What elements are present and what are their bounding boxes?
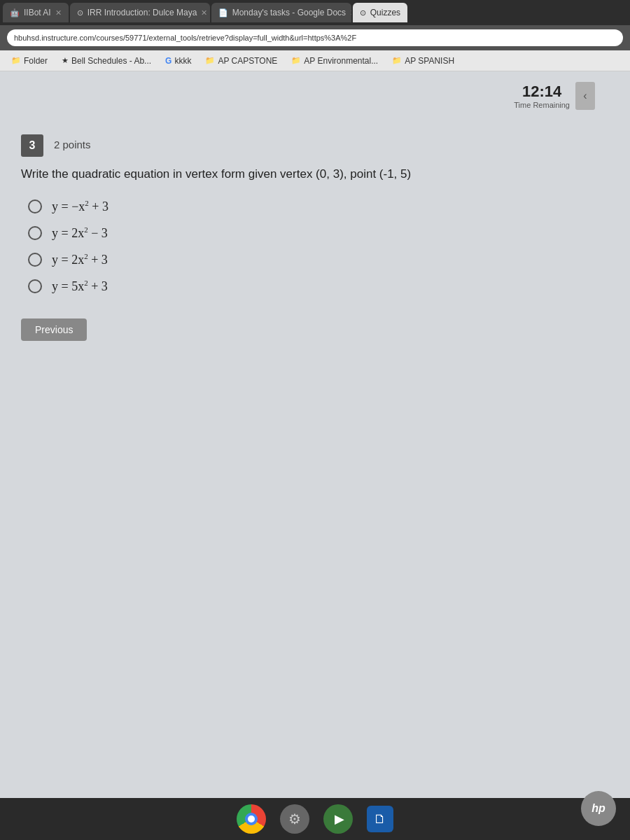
quizzes-tab-icon: ⊙: [360, 8, 366, 18]
timer-time: 12:14: [514, 83, 570, 101]
bookmark-ap-spanish[interactable]: 📁 AP SPANISH: [386, 55, 460, 67]
docs-taskbar-icon[interactable]: 🗋: [367, 806, 393, 832]
address-bar: [0, 25, 630, 50]
bookmark-env-label: AP Environmental...: [304, 56, 378, 66]
capstone-folder-icon: 📁: [205, 56, 215, 65]
option-c-text: y = 2x2 + 3: [52, 252, 108, 267]
chrome-taskbar-icon[interactable]: [237, 804, 266, 834]
bell-icon: ★: [62, 56, 69, 65]
question-points: 2 points: [54, 139, 91, 150]
monday-tab-icon: 📄: [218, 8, 228, 18]
tab-quizzes[interactable]: ⊙ Quizzes: [353, 3, 407, 22]
irr-tab-icon: ⊙: [77, 8, 83, 18]
bookmark-folder-label: Folder: [24, 56, 48, 66]
spanish-folder-icon: 📁: [392, 56, 402, 65]
option-d-text: y = 5x2 + 3: [52, 279, 108, 294]
url-input[interactable]: [7, 29, 623, 46]
timer-chevron-button[interactable]: ‹: [575, 82, 595, 110]
bookmark-folder[interactable]: 📁 Folder: [6, 55, 53, 67]
timer-area: 12:14 Time Remaining ‹: [514, 82, 595, 110]
tab-quizzes-label: Quizzes: [370, 8, 400, 18]
answer-option-d[interactable]: y = 5x2 + 3: [28, 279, 609, 294]
bookmark-bell-label: Bell Schedules - Ab...: [71, 56, 151, 66]
settings-taskbar-icon[interactable]: ⚙: [280, 804, 309, 834]
question-text: Write the quadratic equation in vertex f…: [21, 165, 609, 183]
tab-bar: 🤖 IIBot AI ✕ ⊙ IRR Introduction: Dulce M…: [0, 0, 630, 25]
env-folder-icon: 📁: [291, 56, 301, 65]
answer-option-c[interactable]: y = 2x2 + 3: [28, 252, 609, 267]
question-header: 3 2 points: [21, 134, 609, 157]
tab-irr-close[interactable]: ✕: [201, 8, 207, 18]
folder-icon: 📁: [11, 56, 21, 65]
bot-ai-tab-icon: 🤖: [10, 8, 20, 18]
docs-icon: 🗋: [374, 812, 386, 827]
tab-monday-tasks[interactable]: 📄 Monday's tasks - Google Docs ✕: [211, 3, 351, 22]
question-number: 3: [21, 134, 43, 157]
bookmark-ap-capstone[interactable]: 📁 AP CAPSTONE: [200, 55, 283, 67]
tab-monday-close[interactable]: ✕: [350, 8, 351, 18]
hp-text: hp: [592, 802, 606, 815]
timer-label: Time Remaining: [514, 101, 570, 109]
tab-irr-label: IRR Introduction: Dulce Maya: [88, 8, 197, 18]
previous-button[interactable]: Previous: [21, 318, 87, 341]
tab-monday-label: Monday's tasks - Google Docs: [232, 8, 346, 18]
radio-b[interactable]: [28, 226, 42, 240]
bookmark-spanish-label: AP SPANISH: [405, 56, 454, 66]
option-a-text: y = −x2 + 3: [52, 199, 108, 214]
radio-a[interactable]: [28, 200, 42, 214]
answer-option-a[interactable]: y = −x2 + 3: [28, 199, 609, 214]
bookmark-bell-schedules[interactable]: ★ Bell Schedules - Ab...: [56, 55, 157, 67]
tab-bot-ai[interactable]: 🤖 IIBot AI ✕: [3, 3, 69, 22]
tab-bot-ai-label: IIBot AI: [24, 8, 51, 18]
page-content: 12:14 Time Remaining ‹ 3 2 points Write …: [0, 71, 630, 798]
radio-c[interactable]: [28, 253, 42, 267]
question-container: 3 2 points Write the quadratic equation …: [21, 134, 609, 341]
radio-d[interactable]: [28, 279, 42, 293]
answer-option-b[interactable]: y = 2x2 − 3: [28, 225, 609, 241]
tab-bot-ai-close[interactable]: ✕: [55, 8, 62, 18]
timer-display: 12:14 Time Remaining: [514, 83, 570, 109]
hp-badge: hp: [581, 791, 616, 826]
hp-logo-area: hp: [581, 791, 616, 826]
answer-options: y = −x2 + 3 y = 2x2 − 3 y = 2x2 + 3 y = …: [21, 199, 609, 294]
google-icon: G: [165, 56, 172, 66]
bookmark-kkkk-label: kkkk: [174, 56, 191, 66]
play-taskbar-icon[interactable]: ▶: [323, 804, 353, 834]
gear-icon: ⚙: [288, 811, 301, 827]
bookmark-ap-environmental[interactable]: 📁 AP Environmental...: [286, 55, 384, 67]
taskbar: ⚙ ▶ 🗋: [0, 798, 630, 840]
bookmarks-bar: 📁 Folder ★ Bell Schedules - Ab... G kkkk…: [0, 50, 630, 71]
bookmark-kkkk[interactable]: G kkkk: [160, 55, 197, 67]
play-icon: ▶: [335, 811, 344, 827]
tab-irr-intro[interactable]: ⊙ IRR Introduction: Dulce Maya ✕: [70, 3, 210, 22]
option-b-text: y = 2x2 − 3: [52, 225, 108, 241]
bookmark-capstone-label: AP CAPSTONE: [218, 56, 277, 66]
